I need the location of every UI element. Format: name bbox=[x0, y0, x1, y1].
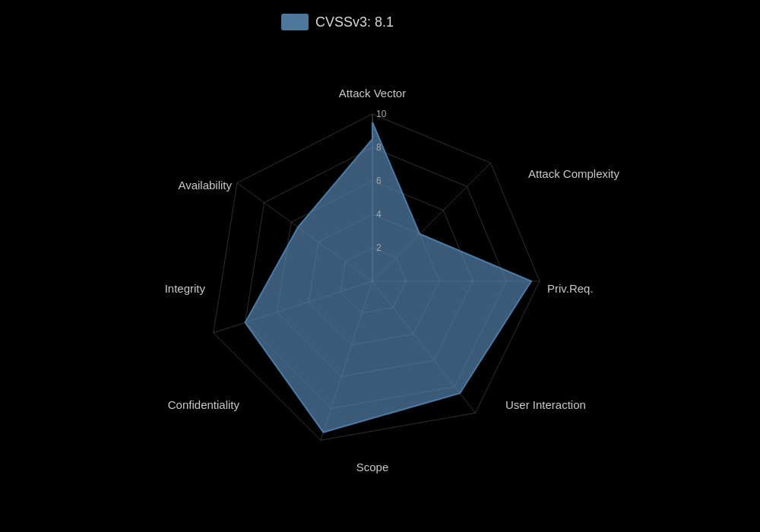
svg-text:Attack Vector: Attack Vector bbox=[339, 87, 406, 100]
chart-container: CVSSv3: 8.1 Attack VectorAttack Complexi… bbox=[0, 0, 760, 532]
svg-text:Attack Complexity: Attack Complexity bbox=[528, 167, 620, 180]
svg-text:Availability: Availability bbox=[178, 179, 232, 192]
svg-text:Priv.Req.: Priv.Req. bbox=[547, 282, 594, 295]
svg-text:User Interaction: User Interaction bbox=[505, 398, 586, 411]
legend-label: CVSSv3: 8.1 bbox=[315, 14, 394, 30]
svg-text:4: 4 bbox=[376, 209, 382, 220]
legend-color-box bbox=[281, 14, 309, 30]
svg-text:10: 10 bbox=[376, 109, 387, 119]
svg-text:Scope: Scope bbox=[356, 461, 389, 473]
svg-text:Integrity: Integrity bbox=[165, 282, 206, 295]
svg-text:6: 6 bbox=[376, 176, 382, 186]
svg-text:2: 2 bbox=[376, 242, 382, 253]
svg-text:8: 8 bbox=[376, 142, 382, 153]
svg-text:Confidentiality: Confidentiality bbox=[168, 398, 240, 411]
